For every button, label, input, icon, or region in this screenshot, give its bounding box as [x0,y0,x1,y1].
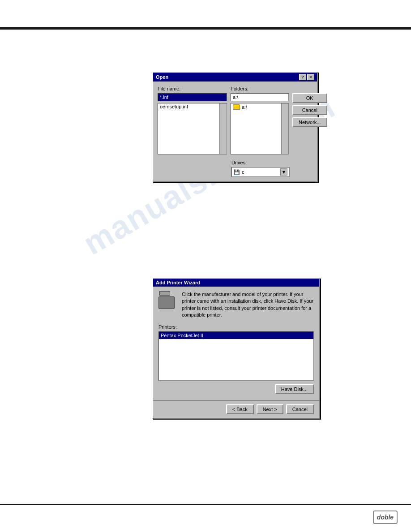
wizard-cancel-button[interactable]: Cancel [286,404,314,414]
folder-icon [233,104,240,110]
folder-item: a:\ [231,103,288,111]
have-disk-button[interactable]: Have Disk... [275,384,314,394]
printer-icon-top [159,291,170,296]
wizard-title: Add Printer Wizard [156,280,200,285]
help-button[interactable]: ? [299,74,306,80]
drive-icon: 💾 [234,169,240,175]
file-name-input[interactable] [158,93,227,101]
open-dialog-body: File name: oemsetup.inf Folders: a:\ a:\ [153,82,317,181]
files-listbox[interactable]: oemsetup.inf [158,103,227,154]
wizard-footer: < Back Next > Cancel [153,400,319,418]
drives-label: Drives: [231,160,313,165]
wizard-titlebar: Add Printer Wizard [153,279,319,287]
files-listbox-item: oemsetup.inf [158,103,227,110]
printer-icon-body [158,296,175,309]
open-dialog: Open ? × File name: oemsetup.inf Folders… [152,72,318,182]
wizard-description: Click the manufacturer and model of your… [182,291,314,319]
next-button[interactable]: Next > [257,404,283,414]
folders-listbox[interactable]: a:\ [231,103,289,154]
folders-value: a:\ [231,93,289,101]
folders-scrollbar[interactable] [281,103,288,154]
open-dialog-titlebar: Open ? × [153,73,317,82]
files-scrollbar[interactable] [219,103,227,154]
printer-list-item[interactable]: Pentax PocketJet II [159,332,313,339]
printers-label: Printers: [158,324,314,330]
ok-button[interactable]: OK [292,93,327,103]
close-button[interactable]: × [307,74,314,80]
back-button[interactable]: < Back [226,404,254,414]
titlebar-buttons: ? × [299,74,314,80]
printers-listbox[interactable]: Pentax PocketJet II [158,331,314,381]
network-button[interactable]: Network... [292,117,327,127]
drives-dropdown[interactable]: 💾 c ▼ [231,167,290,177]
drives-value: c [242,169,244,175]
folders-label: Folders: [231,86,289,91]
dropdown-arrow[interactable]: ▼ [280,168,287,176]
doble-logo: doble [373,511,398,524]
printer-icon [158,291,176,309]
have-disk-row: Have Disk... [158,384,314,394]
cancel-button[interactable]: Cancel [292,105,327,115]
open-dialog-title: Open [156,74,168,80]
bottom-bar [0,504,411,505]
file-name-label: File name: [158,86,227,91]
top-bar [0,27,411,30]
printers-section: Printers: Pentax PocketJet II [158,324,314,381]
wizard-body: Click the manufacturer and model of your… [153,287,319,399]
printer-wizard: Add Printer Wizard Click the manufacture… [152,278,320,419]
folder-name: a:\ [242,104,247,110]
wizard-header: Click the manufacturer and model of your… [158,291,314,319]
